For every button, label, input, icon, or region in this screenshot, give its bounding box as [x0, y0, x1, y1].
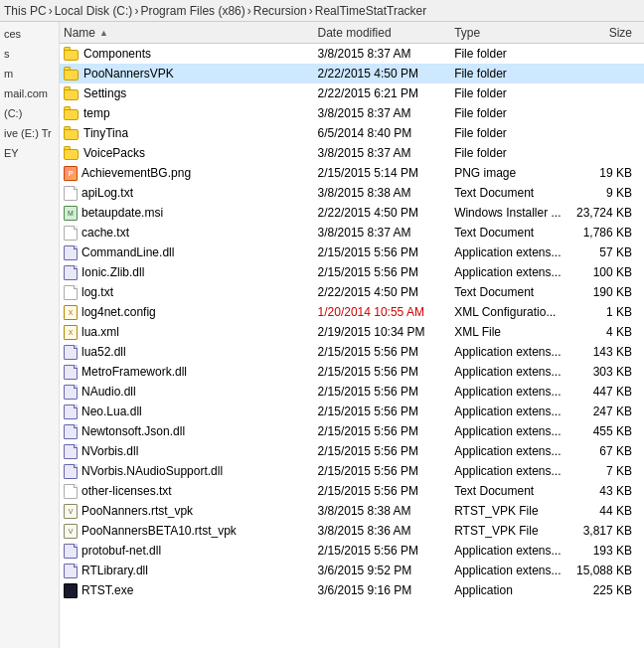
file-date: 2/19/2015 10:34 PM — [318, 325, 455, 339]
file-row[interactable]: Settings 2/22/2015 6:21 PM File folder — [60, 83, 644, 103]
file-name: M betaupdate.msi — [64, 206, 318, 221]
file-date: 3/8/2015 8:37 AM — [318, 146, 455, 160]
file-size: 44 KB — [571, 504, 640, 518]
file-date: 3/8/2015 8:37 AM — [318, 226, 455, 240]
breadcrumb-rtst[interactable]: RealTimeStatTracker — [315, 4, 426, 18]
sidebar-item-4[interactable]: mail.com — [0, 85, 59, 105]
col-header-size[interactable]: Size — [571, 26, 640, 40]
file-date: 1/20/2014 10:55 AM — [318, 305, 455, 319]
sidebar-item-1[interactable]: ces — [0, 26, 59, 46]
file-row[interactable]: Neo.Lua.dll 2/15/2015 5:56 PM Applicatio… — [60, 402, 644, 421]
breadcrumb-program-files[interactable]: Program Files (x86) — [140, 4, 244, 18]
file-size: 67 KB — [571, 444, 640, 458]
file-date: 2/15/2015 5:56 PM — [318, 365, 455, 379]
file-row[interactable]: NVorbis.NAudioSupport.dll 2/15/2015 5:56… — [60, 461, 644, 481]
file-type: Application extens... — [454, 564, 571, 577]
col-header-name[interactable]: Name ▲ — [64, 26, 318, 40]
sidebar-item-7[interactable]: EY — [0, 145, 59, 165]
file-name: PooNannersVPK — [64, 67, 318, 81]
file-name: apiLog.txt — [64, 186, 318, 201]
file-row[interactable]: V PooNanners.rtst_vpk 3/8/2015 8:38 AM R… — [60, 501, 644, 521]
file-date: 6/5/2014 8:40 PM — [318, 126, 455, 140]
file-row[interactable]: X lua.xml 2/19/2015 10:34 PM XML File 4 … — [60, 322, 644, 342]
file-date: 2/15/2015 5:14 PM — [318, 166, 455, 180]
file-type: Text Document — [454, 226, 571, 240]
file-name: other-licenses.txt — [64, 484, 318, 499]
file-size: 23,724 KB — [571, 206, 640, 220]
file-row[interactable]: CommandLine.dll 2/15/2015 5:56 PM Applic… — [60, 243, 644, 262]
file-size: 303 KB — [571, 365, 640, 379]
sidebar-item-6[interactable]: ive (E:) Tr — [0, 125, 59, 145]
file-size: 1 KB — [571, 305, 640, 319]
file-name: V PooNanners.rtst_vpk — [64, 504, 318, 519]
file-date: 2/15/2015 5:56 PM — [318, 424, 455, 438]
sidebar-item-3[interactable]: m — [0, 66, 59, 85]
file-type: File folder — [454, 86, 571, 100]
file-row[interactable]: M betaupdate.msi 2/22/2015 4:50 PM Windo… — [60, 203, 644, 223]
file-type: Application extens... — [454, 265, 571, 279]
file-row[interactable]: V PooNannersBETA10.rtst_vpk 3/8/2015 8:3… — [60, 521, 644, 541]
file-type: File folder — [454, 47, 571, 61]
breadcrumb-recursion[interactable]: Recursion — [253, 4, 307, 18]
breadcrumb-bar[interactable]: This PC › Local Disk (C:) › Program File… — [0, 0, 644, 22]
file-row[interactable]: RTST.exe 3/6/2015 9:16 PM Application 22… — [60, 580, 644, 600]
file-type: Text Document — [454, 285, 571, 299]
file-name: NVorbis.dll — [64, 444, 318, 459]
file-row[interactable]: TinyTina 6/5/2014 8:40 PM File folder — [60, 123, 644, 143]
file-type: File folder — [454, 146, 571, 160]
file-name: cache.txt — [64, 226, 318, 241]
file-name: Settings — [64, 86, 318, 100]
file-row[interactable]: VoicePacks 3/8/2015 8:37 AM File folder — [60, 143, 644, 163]
file-row[interactable]: apiLog.txt 3/8/2015 8:38 AM Text Documen… — [60, 183, 644, 203]
file-date: 2/15/2015 5:56 PM — [318, 544, 455, 558]
file-row[interactable]: MetroFramework.dll 2/15/2015 5:56 PM App… — [60, 362, 644, 382]
file-size: 7 KB — [571, 464, 640, 478]
col-header-date[interactable]: Date modified — [318, 26, 455, 40]
file-name: TinyTina — [64, 126, 318, 140]
breadcrumb-arrow-4: › — [309, 4, 313, 18]
file-date: 2/22/2015 4:50 PM — [318, 285, 455, 299]
file-row[interactable]: X log4net.config 1/20/2014 10:55 AM XML … — [60, 302, 644, 322]
file-size: 57 KB — [571, 245, 640, 259]
breadcrumb-local-disk[interactable]: Local Disk (C:) — [55, 4, 133, 18]
file-row[interactable]: Newtonsoft.Json.dll 2/15/2015 5:56 PM Ap… — [60, 421, 644, 441]
file-row[interactable]: PooNannersVPK 2/22/2015 4:50 PM File fol… — [60, 64, 644, 83]
file-row[interactable]: Ionic.Zlib.dll 2/15/2015 5:56 PM Applica… — [60, 262, 644, 282]
file-size: 193 KB — [571, 544, 640, 558]
file-name: RTST.exe — [64, 583, 318, 598]
file-size: 247 KB — [571, 405, 640, 418]
file-type: Application extens... — [454, 365, 571, 379]
file-date: 2/15/2015 5:56 PM — [318, 464, 455, 478]
sidebar-item-5[interactable]: (C:) — [0, 105, 59, 125]
file-date: 3/6/2015 9:52 PM — [318, 564, 455, 577]
file-name: log.txt — [64, 285, 318, 300]
file-date: 3/8/2015 8:38 AM — [318, 504, 455, 518]
file-row[interactable]: NVorbis.dll 2/15/2015 5:56 PM Applicatio… — [60, 441, 644, 461]
col-header-type[interactable]: Type — [454, 26, 571, 40]
file-date: 3/8/2015 8:37 AM — [318, 106, 455, 120]
file-date: 2/15/2015 5:56 PM — [318, 405, 455, 418]
file-row[interactable]: Components 3/8/2015 8:37 AM File folder — [60, 44, 644, 64]
breadcrumb-arrow-1: › — [49, 4, 53, 18]
column-headers: Name ▲ Date modified Type Size — [60, 22, 644, 44]
file-row[interactable]: P AchievementBG.png 2/15/2015 5:14 PM PN… — [60, 163, 644, 183]
file-row[interactable]: RTLibrary.dll 3/6/2015 9:52 PM Applicati… — [60, 561, 644, 580]
file-row[interactable]: other-licenses.txt 2/15/2015 5:56 PM Tex… — [60, 481, 644, 501]
file-date: 2/15/2015 5:56 PM — [318, 245, 455, 259]
file-row[interactable]: protobuf-net.dll 2/15/2015 5:56 PM Appli… — [60, 541, 644, 561]
file-row[interactable]: lua52.dll 2/15/2015 5:56 PM Application … — [60, 342, 644, 362]
file-size: 43 KB — [571, 484, 640, 498]
file-date: 3/8/2015 8:36 AM — [318, 524, 455, 538]
file-row[interactable]: temp 3/8/2015 8:37 AM File folder — [60, 103, 644, 123]
file-type: XML Configuratio... — [454, 305, 571, 319]
sidebar-item-2[interactable]: s — [0, 46, 59, 66]
file-date: 3/8/2015 8:37 AM — [318, 47, 455, 61]
file-type: File folder — [454, 106, 571, 120]
file-date: 2/22/2015 4:50 PM — [318, 67, 455, 81]
file-row[interactable]: cache.txt 3/8/2015 8:37 AM Text Document… — [60, 223, 644, 243]
file-size: 3,817 KB — [571, 524, 640, 538]
breadcrumb-this-pc[interactable]: This PC — [4, 4, 47, 18]
file-size: 143 KB — [571, 345, 640, 359]
file-row[interactable]: NAudio.dll 2/15/2015 5:56 PM Application… — [60, 382, 644, 402]
file-row[interactable]: log.txt 2/22/2015 4:50 PM Text Document … — [60, 282, 644, 302]
